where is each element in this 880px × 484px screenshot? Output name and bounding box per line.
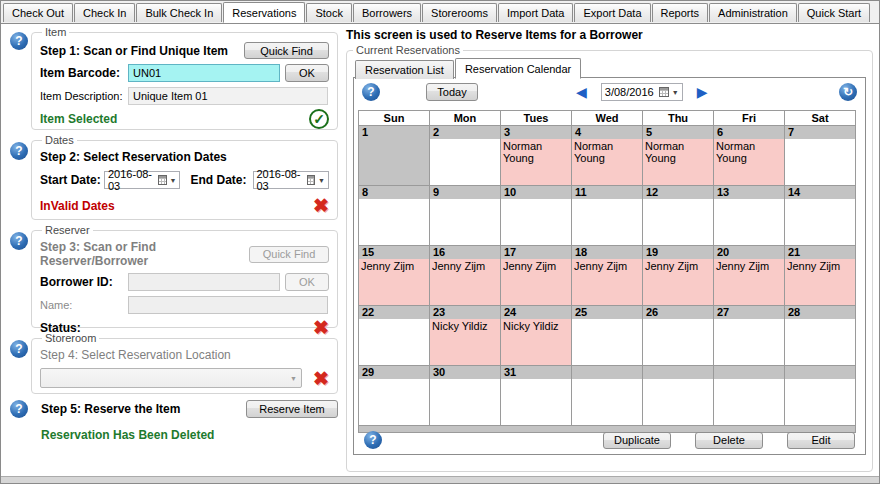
dropdown-arrow-icon: ▼ [318, 177, 325, 184]
day-number: 3 [501, 126, 571, 139]
calendar-day-cell[interactable]: 5Norman Young [643, 126, 714, 186]
calendar-icon [158, 175, 167, 185]
calendar-day-cell[interactable]: 14 [785, 186, 856, 246]
calendar-day-cell[interactable]: 16Jenny Zijm [430, 246, 501, 306]
tab-borrowers[interactable]: Borrowers [353, 3, 421, 22]
duplicate-button[interactable]: Duplicate [603, 432, 671, 449]
calendar-date-picker[interactable]: 3/08/2016 ▼ [601, 83, 683, 101]
calendar-day-cell[interactable]: 20Jenny Zijm [714, 246, 785, 306]
calendar-day-cell[interactable] [785, 366, 856, 426]
calendar-day-cell[interactable]: 7 [785, 126, 856, 186]
calendar-day-cell[interactable]: 6Norman Young [714, 126, 785, 186]
item-barcode-input[interactable] [128, 64, 280, 82]
step5-title: Step 5: Reserve the Item [41, 402, 180, 416]
day-number: 6 [714, 126, 784, 139]
calendar-day-cell[interactable]: 27 [714, 306, 785, 366]
borrower-ok-button[interactable]: OK [285, 273, 329, 291]
calendar-day-cell[interactable]: 11 [572, 186, 643, 246]
tab-check-out[interactable]: Check Out [3, 3, 73, 22]
delete-button[interactable]: Delete [695, 432, 763, 449]
tab-reservation-calendar[interactable]: Reservation Calendar [455, 58, 581, 79]
calendar-day-cell[interactable]: 22 [359, 306, 430, 366]
help-icon[interactable]: ? [10, 340, 28, 358]
reservation-entry: Jenny Zijm [572, 259, 642, 305]
calendar-day-cell[interactable] [572, 366, 643, 426]
calendar-day-cell[interactable]: 29 [359, 366, 430, 426]
calendar-day-cell[interactable]: 31 [501, 366, 572, 426]
calendar-day-cell[interactable] [643, 366, 714, 426]
tab-stock[interactable]: Stock [306, 3, 352, 22]
item-barcode-ok-button[interactable]: OK [285, 64, 329, 82]
day-body [643, 379, 713, 425]
reserve-item-button[interactable]: Reserve Item [246, 400, 338, 418]
end-date-picker[interactable]: 2016-08-03 ▼ [253, 171, 329, 189]
tab-quick-start[interactable]: Quick Start [798, 3, 870, 22]
storeroom-combobox[interactable]: ▼ [40, 368, 302, 388]
tab-reservations[interactable]: Reservations [223, 2, 305, 23]
prev-month-arrow[interactable]: ◀ [570, 84, 593, 100]
tab-export-data[interactable]: Export Data [574, 3, 650, 22]
day-number: 1 [359, 126, 429, 139]
reservation-entry: Jenny Zijm [430, 259, 500, 305]
start-date-picker[interactable]: 2016-08-03 ▼ [104, 171, 180, 189]
tab-import-data[interactable]: Import Data [498, 3, 573, 22]
help-icon[interactable]: ? [10, 32, 28, 50]
day-number: 24 [501, 306, 571, 319]
reserve-status-text: Reservation Has Been Deleted [41, 428, 214, 442]
day-header-sat: Sat [785, 111, 856, 126]
tab-administration[interactable]: Administration [709, 3, 797, 22]
calendar-day-cell[interactable]: 8 [359, 186, 430, 246]
calendar-day-cell[interactable]: 24Nicky Yildiz [501, 306, 572, 366]
help-icon[interactable]: ? [10, 142, 28, 160]
reserver-quick-find-button[interactable]: Quick Find [249, 246, 329, 263]
help-icon[interactable]: ? [10, 400, 28, 418]
day-header-thu: Thu [643, 111, 714, 126]
help-icon[interactable]: ? [362, 83, 380, 101]
day-body [430, 379, 500, 425]
calendar-day-cell[interactable]: 12 [643, 186, 714, 246]
calendar-day-cell[interactable]: 17Jenny Zijm [501, 246, 572, 306]
calendar-day-cell[interactable]: 28 [785, 306, 856, 366]
help-icon[interactable]: ? [364, 431, 382, 449]
help-icon[interactable]: ? [10, 232, 28, 250]
day-body [785, 139, 855, 185]
calendar-day-cell[interactable]: 15Jenny Zijm [359, 246, 430, 306]
edit-button[interactable]: Edit [787, 432, 855, 449]
tab-storerooms[interactable]: Storerooms [422, 3, 497, 22]
tab-reservation-list[interactable]: Reservation List [355, 60, 454, 79]
calendar-day-cell[interactable]: 2 [430, 126, 501, 186]
calendar-day-cell[interactable]: 21Jenny Zijm [785, 246, 856, 306]
refresh-icon[interactable]: ↻ [839, 83, 857, 101]
item-description-input[interactable] [128, 87, 328, 105]
borrower-id-input[interactable] [128, 273, 280, 291]
calendar-day-cell[interactable]: 4Norman Young [572, 126, 643, 186]
item-barcode-label: Item Barcode: [40, 66, 128, 80]
calendar-day-cell[interactable]: 25 [572, 306, 643, 366]
reservations-tab-strip: Reservation ListReservation Calendar [353, 58, 866, 78]
main-tab-bar: Check OutCheck InBulk Check InReservatio… [1, 1, 879, 24]
calendar-day-cell[interactable]: 23Nicky Yildiz [430, 306, 501, 366]
calendar-day-cell[interactable]: 3Norman Young [501, 126, 572, 186]
calendar-icon [307, 175, 316, 185]
tab-bulk-check-in[interactable]: Bulk Check In [136, 3, 222, 22]
calendar-day-cell[interactable]: 19Jenny Zijm [643, 246, 714, 306]
step2-title: Step 2: Select Reservation Dates [40, 150, 227, 164]
tab-check-in[interactable]: Check In [74, 3, 135, 22]
item-quick-find-button[interactable]: Quick Find [244, 42, 329, 59]
calendar-day-cell[interactable]: 18Jenny Zijm [572, 246, 643, 306]
calendar-day-cell[interactable]: 13 [714, 186, 785, 246]
borrower-name-input[interactable] [128, 296, 328, 314]
calendar-day-cell[interactable]: 10 [501, 186, 572, 246]
today-button[interactable]: Today [426, 83, 478, 101]
calendar-day-cell[interactable]: 1 [359, 126, 430, 186]
day-number: 2 [430, 126, 500, 139]
tab-reports[interactable]: Reports [652, 3, 709, 22]
next-month-arrow[interactable]: ▶ [691, 84, 714, 100]
day-number: 14 [785, 186, 855, 199]
storeroom-groupbox: Storeroom Step 4: Select Reservation Loc… [31, 332, 338, 394]
calendar-day-cell[interactable]: 26 [643, 306, 714, 366]
day-number: 26 [643, 306, 713, 319]
calendar-day-cell[interactable]: 9 [430, 186, 501, 246]
calendar-day-cell[interactable] [714, 366, 785, 426]
calendar-day-cell[interactable]: 30 [430, 366, 501, 426]
